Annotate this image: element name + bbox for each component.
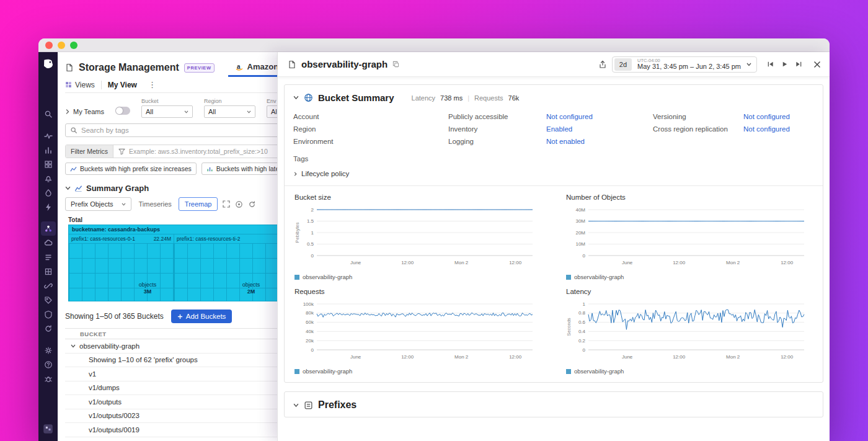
info-label: Account: [293, 113, 386, 120]
info-value[interactable]: Not configured: [546, 113, 593, 120]
debug-bug-icon[interactable]: [41, 372, 56, 386]
chevron-down-icon[interactable]: [293, 96, 299, 100]
minimize-window-button[interactable]: [58, 42, 65, 49]
apm-flame-icon[interactable]: [41, 185, 56, 200]
funnel-icon: [118, 148, 125, 155]
search-icon[interactable]: [41, 107, 56, 121]
close-window-button[interactable]: [45, 42, 53, 49]
refresh-icon[interactable]: [248, 200, 256, 208]
summary-stats: Latency 738 ms | Requests 76k: [412, 94, 520, 102]
region-select[interactable]: All: [204, 105, 255, 118]
ci-refresh-icon[interactable]: [41, 321, 56, 336]
playback-controls: [767, 61, 802, 68]
help-icon[interactable]: [41, 357, 56, 372]
dashboards-icon[interactable]: [41, 157, 56, 171]
info-value[interactable]: Not configured: [743, 113, 790, 120]
snapshot-icon[interactable]: [235, 200, 243, 208]
security-shield-icon[interactable]: [41, 307, 56, 321]
infrastructure-cloud-icon[interactable]: [41, 236, 56, 250]
svg-text:0.2: 0.2: [578, 338, 586, 344]
kebab-menu-icon[interactable]: ⋮: [148, 80, 156, 89]
views-button[interactable]: Views: [65, 81, 95, 89]
metrics-icon[interactable]: [41, 143, 56, 157]
desktop-background: Storage Management PREVIEW a Amazon S3: [0, 0, 868, 441]
svg-text:12:00: 12:00: [401, 354, 414, 360]
info-value[interactable]: Not enabled: [546, 138, 585, 145]
lifecycle-label: Lifecycle policy: [301, 170, 349, 177]
section-title: Bucket Summary: [318, 92, 394, 103]
close-panel-icon[interactable]: [813, 61, 821, 68]
stat-value: 738 ms: [440, 94, 463, 102]
chart-bucket-size: Bucket size 21.510.50June12:00Mon 212:00…: [294, 194, 541, 280]
fullscreen-expand-icon[interactable]: [223, 200, 230, 208]
metric-select[interactable]: Prefix Objects: [65, 197, 131, 211]
info-value[interactable]: Enabled: [546, 125, 572, 133]
links-icon[interactable]: [41, 278, 56, 293]
monitors-bell-icon[interactable]: [41, 171, 56, 185]
servicemap-icon[interactable]: [41, 221, 56, 236]
events-bolt-icon[interactable]: [41, 200, 56, 214]
stat-label: Latency: [412, 94, 436, 102]
filter-metrics-chip[interactable]: Filter Metrics: [66, 145, 113, 158]
watchdog-icon[interactable]: [41, 128, 56, 143]
bucket-filter: Bucket All: [141, 98, 193, 118]
treemap-group-name: prefix1: cass-resources-0-1: [71, 236, 135, 242]
svg-text:0: 0: [583, 347, 586, 353]
copy-icon[interactable]: [392, 61, 399, 68]
logs-icon[interactable]: [41, 250, 56, 264]
treemap-cell-amount: 2M: [247, 288, 255, 295]
document-icon: [65, 63, 74, 72]
tables-icon[interactable]: [41, 264, 56, 278]
amazon-logo-icon: a: [235, 63, 244, 71]
treemap-group-1[interactable]: prefix1: cass-resources-0-1 22.24M objec…: [69, 234, 174, 301]
chevron-down-icon[interactable]: [293, 403, 299, 408]
views-label: Views: [75, 81, 95, 89]
my-teams-filter[interactable]: My Teams: [65, 108, 104, 115]
zoom-window-button[interactable]: [70, 42, 78, 49]
legend-swatch: [294, 275, 299, 280]
org-tile-icon[interactable]: [41, 422, 56, 436]
svg-text:12:00: 12:00: [673, 260, 686, 265]
tags-icon[interactable]: [41, 293, 56, 307]
tab-my-view[interactable]: My View: [108, 81, 137, 89]
treemap-cell-amount: 3M: [144, 288, 152, 295]
step-forward-icon[interactable]: [795, 61, 802, 68]
svg-text:June: June: [622, 354, 633, 360]
step-back-icon[interactable]: [767, 61, 774, 68]
chevron-down-icon[interactable]: [65, 186, 71, 190]
info-label: Inventory: [448, 125, 546, 133]
bucket-select[interactable]: All: [141, 105, 193, 118]
datadog-logo-icon[interactable]: [41, 56, 56, 71]
my-teams-toggle[interactable]: [115, 107, 130, 115]
section-title: Prefixes: [318, 399, 356, 411]
chevron-right-icon: [65, 109, 70, 114]
lifecycle-policy-row[interactable]: Lifecycle policy: [285, 163, 823, 185]
svg-text:June: June: [350, 354, 361, 360]
info-value[interactable]: Not configured: [743, 125, 790, 133]
chart-requests: Requests 100k80k60k40k20k0June12:00Mon 2…: [294, 288, 541, 375]
svg-text:Mon 2: Mon 2: [726, 260, 740, 265]
filter-metrics-placeholder[interactable]: Example: aws.s3.inventory.total_prefix_s…: [129, 148, 268, 155]
divider: [101, 81, 102, 89]
chart-number-of-objects: Number of Objects 40M30M20M10M0June12:00…: [566, 194, 813, 280]
play-icon[interactable]: [781, 61, 788, 68]
legend-swatch: [566, 369, 571, 374]
chart-legend: observability-graph: [566, 368, 813, 375]
stat-label: Requests: [474, 94, 503, 102]
prefixes-section: Prefixes: [284, 391, 823, 417]
treemap-option-selected[interactable]: Treemap: [179, 197, 218, 211]
time-range-control[interactable]: 2d UTC-04:00 May 31, 3:45 pm – Jun 2, 3:…: [612, 56, 757, 73]
settings-gear-icon[interactable]: [41, 343, 56, 357]
preview-badge: PREVIEW: [184, 63, 215, 73]
timeseries-option[interactable]: Timeseries: [136, 200, 173, 208]
chip-label: Buckets with high prefix size increases: [80, 165, 192, 172]
chip-high-prefix-size[interactable]: Buckets with high prefix size increases: [65, 163, 197, 175]
svg-text:12:00: 12:00: [509, 354, 522, 360]
buckets-count-text: Showing 1–50 of 365 Buckets: [65, 312, 164, 321]
export-icon[interactable]: [598, 60, 607, 69]
datadog-nav-sidebar: [38, 52, 58, 441]
panel-content: Bucket Summary Latency 738 ms | Requests…: [278, 77, 830, 441]
chevron-down-icon[interactable]: [71, 344, 76, 348]
treemap-cell-label: objects: [242, 282, 260, 288]
add-buckets-button[interactable]: Add Buckets: [171, 310, 232, 323]
